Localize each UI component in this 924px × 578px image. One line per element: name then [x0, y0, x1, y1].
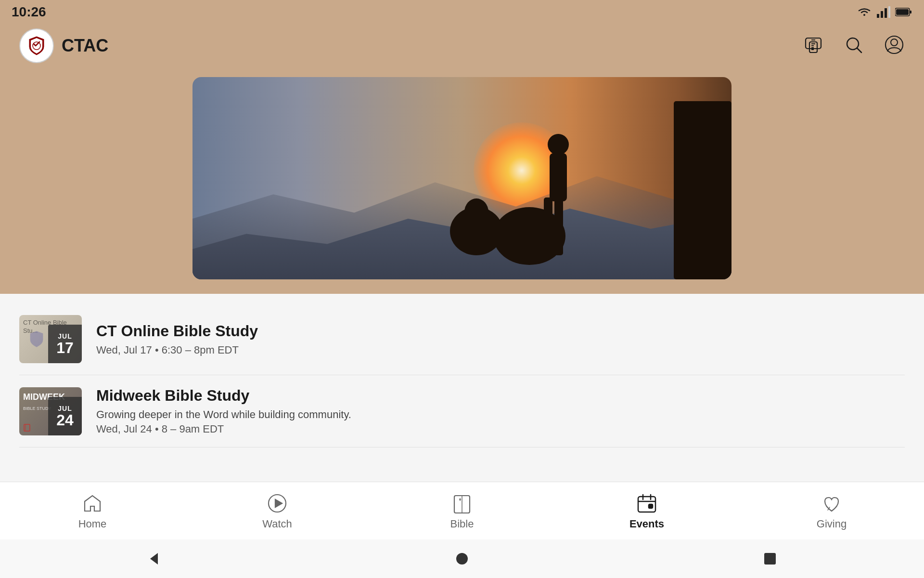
top-bar: CTAC [0, 24, 924, 67]
wifi-icon [857, 6, 872, 18]
event-date-badge-2: JUL 24 [48, 397, 82, 435]
event-date-badge-1: JUL 17 [48, 325, 82, 363]
event-thumbnail-2: MidweekBIBLE STUDY JUL 24 [19, 387, 82, 435]
status-bar: 10:26 [0, 0, 924, 24]
svg-rect-22 [550, 153, 567, 201]
svg-marker-41 [150, 553, 158, 565]
signal-icon [877, 6, 890, 18]
svg-rect-3 [888, 6, 890, 18]
svg-rect-2 [885, 8, 887, 18]
svg-rect-6 [896, 9, 909, 15]
nav-home-label: Home [78, 518, 107, 530]
svg-rect-23 [544, 197, 552, 255]
nav-events-label: Events [629, 518, 664, 530]
status-time: 10:26 [12, 4, 46, 20]
event-subtitle-2: Growing deeper in the Word while buildin… [96, 408, 905, 421]
svg-rect-28 [24, 424, 30, 431]
shield-logo [25, 34, 48, 57]
hero-container [0, 67, 924, 294]
svg-marker-31 [275, 499, 282, 507]
nav-giving-label: Giving [817, 518, 847, 530]
profile-button[interactable] [884, 34, 905, 57]
system-nav [0, 539, 924, 578]
svg-point-26 [464, 198, 488, 225]
event-info-2: Midweek Bible Study Growing deeper in th… [96, 387, 905, 435]
event-title-2: Midweek Bible Study [96, 387, 905, 405]
chat-button[interactable] [803, 34, 824, 57]
badge-day-2: 24 [56, 412, 74, 428]
event-info-1: CT Online Bible Study Wed, Jul 17 • 6:30… [96, 322, 905, 356]
silhouettes [192, 77, 732, 279]
battery-icon [895, 7, 912, 17]
svg-point-18 [891, 39, 898, 46]
recent-button[interactable] [756, 544, 784, 573]
event-datetime-1: Wed, Jul 17 • 6:30 – 8pm EDT [96, 344, 905, 356]
badge-day-1: 17 [56, 340, 74, 355]
hero-background [192, 77, 732, 279]
event-thumbnail-1: CT Online Bible Stu... JUL 17 [19, 315, 82, 363]
svg-point-21 [548, 134, 569, 155]
nav-events[interactable]: Events [608, 492, 685, 530]
status-icons [857, 6, 912, 18]
nav-bible-label: Bible [450, 518, 474, 530]
hero-image [192, 77, 732, 279]
nav-watch[interactable]: Watch [239, 492, 316, 530]
svg-rect-0 [877, 14, 879, 18]
event-item-2[interactable]: MidweekBIBLE STUDY JUL 24 Midweek Bible … [19, 375, 905, 447]
event-datetime-2: Wed, Jul 24 • 8 – 9am EDT [96, 423, 905, 435]
svg-rect-40 [649, 504, 653, 508]
svg-point-42 [456, 553, 468, 565]
top-bar-actions [803, 34, 905, 57]
org-logo[interactable] [19, 28, 54, 63]
org-name: CTAC [62, 36, 108, 56]
search-button[interactable] [843, 34, 864, 57]
svg-rect-19 [674, 101, 732, 279]
svg-line-16 [857, 48, 861, 53]
svg-rect-24 [554, 197, 563, 255]
nav-watch-label: Watch [262, 518, 292, 530]
nav-bible[interactable]: Bible [424, 492, 500, 530]
event-item[interactable]: CT Online Bible Stu... JUL 17 CT Online … [19, 303, 905, 375]
svg-rect-5 [910, 11, 911, 13]
logo-area: CTAC [19, 28, 803, 63]
event-title-1: CT Online Bible Study [96, 322, 905, 340]
nav-giving[interactable]: Giving [793, 492, 870, 530]
home-button[interactable] [448, 544, 476, 573]
bottom-nav: Home Watch Bible Events [0, 482, 924, 539]
svg-rect-1 [881, 11, 883, 18]
back-button[interactable] [140, 544, 168, 573]
svg-rect-43 [764, 553, 776, 565]
nav-home[interactable]: Home [54, 492, 131, 530]
